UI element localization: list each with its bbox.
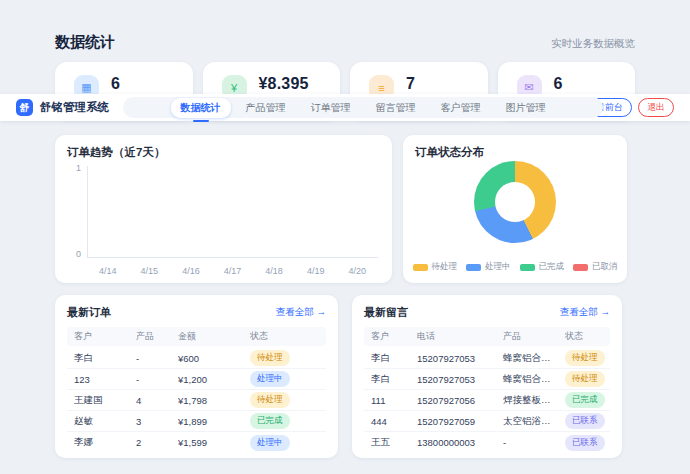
tab-images[interactable]: 图片管理 xyxy=(496,98,556,118)
table-cell: 4 xyxy=(129,395,171,406)
status-badge: 处理中 xyxy=(250,371,290,387)
status-badge: 已完成 xyxy=(565,392,605,408)
table-row: 李白15207927053蜂窝铝合金阳...待处理 xyxy=(364,348,610,369)
status-badge: 待处理 xyxy=(250,350,290,366)
table-cell: 太空铝浴室柜 xyxy=(496,415,558,428)
stat-value: 6 xyxy=(554,75,563,93)
donut-hole xyxy=(495,182,535,222)
legend-swatch xyxy=(520,264,535,271)
status-badge: 处理中 xyxy=(250,435,290,451)
x-tick-label: 4/15 xyxy=(129,266,171,276)
header-cell: 状态 xyxy=(558,330,610,343)
legend-item: 已取消 xyxy=(573,261,618,273)
page-title: 数据统计 xyxy=(55,33,115,52)
header-cell: 产品 xyxy=(496,330,558,343)
legend-label: 已取消 xyxy=(592,261,618,273)
y-axis-ticks: 10 xyxy=(65,163,81,259)
table-header-bar: 最新留言 查看全部 → xyxy=(364,305,610,320)
table-row: 李白-¥600待处理 xyxy=(67,348,326,369)
tab-messages[interactable]: 留言管理 xyxy=(366,98,426,118)
table-cell: ¥1,798 xyxy=(171,395,243,406)
x-axis-ticks: 4/144/154/164/174/184/194/20 xyxy=(87,266,378,276)
legend-swatch xyxy=(466,264,481,271)
table-row: 李娜2¥1,599处理中 xyxy=(67,432,326,453)
logout-button[interactable]: 退出 xyxy=(638,98,674,117)
tab-orders[interactable]: 订单管理 xyxy=(301,98,361,118)
table-cell: 15207927053 xyxy=(410,374,496,385)
tab-strip: 数据统计产品管理订单管理留言管理客户管理图片管理 xyxy=(123,97,603,118)
table-cell: 15207927053 xyxy=(410,353,496,364)
page-header: 数据统计 实时业务数据概览 xyxy=(55,33,635,52)
y-tick-label: 0 xyxy=(76,249,81,259)
status-badge: 待处理 xyxy=(250,392,290,408)
table-cell: 李白 xyxy=(364,352,410,365)
table-cell: 王建国 xyxy=(67,394,129,407)
legend-item: 待处理 xyxy=(413,261,458,273)
stat-value: 6 xyxy=(111,75,120,93)
table-row: 王五13800000003-已联系 xyxy=(364,432,610,453)
stat-value: 7 xyxy=(406,75,415,93)
table-cell: - xyxy=(129,353,171,364)
table-cell: 李白 xyxy=(67,352,129,365)
table-header-bar: 最新订单 查看全部 → xyxy=(67,305,326,320)
y-tick-label: 1 xyxy=(76,163,81,173)
status-badge: 待处理 xyxy=(565,371,605,387)
trend-chart-card: 订单趋势（近7天） 10 4/144/154/164/174/184/194/2… xyxy=(55,135,392,283)
status-chart-title: 订单状态分布 xyxy=(415,145,484,160)
table-cell: 王五 xyxy=(364,436,410,449)
table-row: 123-¥1,200处理中 xyxy=(67,369,326,390)
x-tick-label: 4/20 xyxy=(336,266,378,276)
table-cell: 焊接整板浴室... xyxy=(496,394,558,407)
header-cell: 电话 xyxy=(410,330,496,343)
x-tick-label: 4/18 xyxy=(253,266,295,276)
table-cell: 15207927059 xyxy=(410,416,496,427)
status-badge: 已联系 xyxy=(565,435,605,451)
tab-customers[interactable]: 客户管理 xyxy=(431,98,491,118)
status-badge: 待处理 xyxy=(565,350,605,366)
header-cell: 客户 xyxy=(67,330,129,343)
table-cell: 赵敏 xyxy=(67,415,129,428)
legend-swatch xyxy=(573,264,588,271)
table-header-row: 客户电话产品状态 xyxy=(364,327,610,346)
brand-name: 舒铭管理系统 xyxy=(40,100,109,115)
x-tick-label: 4/17 xyxy=(212,266,254,276)
stat-value: ¥8.395 xyxy=(259,75,309,93)
table-cell: 3 xyxy=(129,416,171,427)
status-badge: 已完成 xyxy=(250,413,290,429)
table-cell: 444 xyxy=(364,416,410,427)
table-cell: ¥1,599 xyxy=(171,437,243,448)
latest-messages-card: 最新留言 查看全部 → 客户电话产品状态李白15207927053蜂窝铝合金阳.… xyxy=(352,295,622,458)
legend-label: 处理中 xyxy=(485,261,511,273)
table-cell: ¥1,899 xyxy=(171,416,243,427)
table-title: 最新留言 xyxy=(364,305,408,320)
trend-chart-title: 订单趋势（近7天） xyxy=(67,145,165,160)
view-all-messages-link[interactable]: 查看全部 → xyxy=(560,306,610,319)
header-cell: 状态 xyxy=(243,330,326,343)
table-row: 王建国4¥1,798待处理 xyxy=(67,390,326,411)
table-row: 李白15207927053蜂窝铝合金浴...待处理 xyxy=(364,369,610,390)
table-row: 11115207927056焊接整板浴室...已完成 xyxy=(364,390,610,411)
table-title: 最新订单 xyxy=(67,305,111,320)
legend-label: 已完成 xyxy=(539,261,565,273)
header-cell: 金额 xyxy=(171,330,243,343)
table-cell: - xyxy=(496,437,558,448)
tab-products[interactable]: 产品管理 xyxy=(236,98,296,118)
x-tick-label: 4/14 xyxy=(87,266,129,276)
orders-table: 客户产品金额状态李白-¥600待处理123-¥1,200处理中王建国4¥1,79… xyxy=(67,327,326,453)
table-cell: 蜂窝铝合金阳... xyxy=(496,352,558,365)
table-header-row: 客户产品金额状态 xyxy=(67,327,326,346)
chart-legend: 待处理处理中已完成已取消 xyxy=(403,261,627,273)
x-tick-label: 4/16 xyxy=(170,266,212,276)
status-badge: 已联系 xyxy=(565,413,605,429)
page-subtitle: 实时业务数据概览 xyxy=(551,37,635,51)
status-chart-card: 订单状态分布 待处理处理中已完成已取消 xyxy=(403,135,627,283)
latest-orders-card: 最新订单 查看全部 → 客户产品金额状态李白-¥600待处理123-¥1,200… xyxy=(55,295,338,458)
table-cell: 2 xyxy=(129,437,171,448)
table-cell: 111 xyxy=(364,395,410,406)
app-logo: 舒 xyxy=(16,99,33,116)
view-all-orders-link[interactable]: 查看全部 → xyxy=(276,306,326,319)
tab-data-stats[interactable]: 数据统计 xyxy=(171,98,231,118)
legend-item: 处理中 xyxy=(466,261,511,273)
legend-swatch xyxy=(413,264,428,271)
navbar: 舒 舒铭管理系统 数据统计产品管理订单管理留言管理客户管理图片管理 查看前台 退… xyxy=(0,94,690,121)
